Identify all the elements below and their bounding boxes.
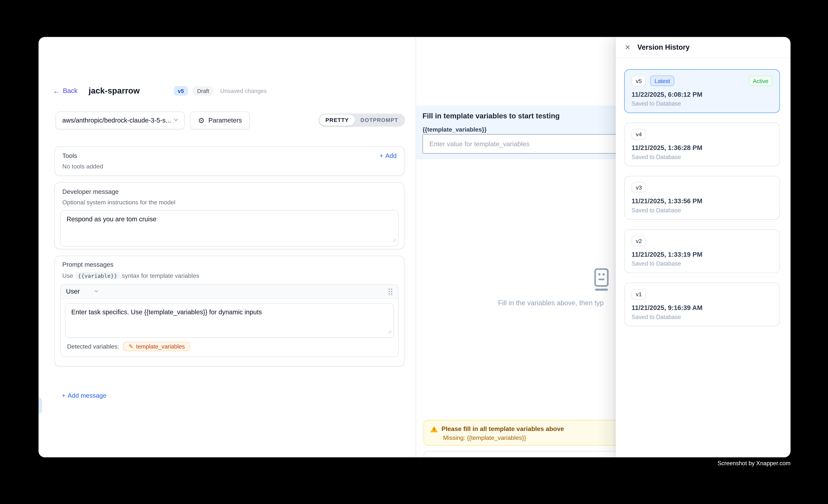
- chat-input-stub[interactable]: [424, 451, 646, 457]
- active-badge: Active: [749, 76, 773, 86]
- gear-icon: ⚙: [198, 117, 205, 124]
- parameters-button[interactable]: ⚙ Parameters: [190, 112, 250, 129]
- role-select[interactable]: User: [66, 287, 99, 296]
- resize-grip-icon[interactable]: [388, 326, 392, 336]
- back-label: Back: [63, 87, 78, 94]
- tools-title: Tools: [62, 152, 77, 159]
- template-variable-label: {{template_variables}}: [422, 126, 487, 133]
- version-timestamp: 11/21/2025, 1:36:28 PM: [631, 144, 773, 152]
- missing-variables-warning: Please fill in all template variables ab…: [424, 420, 646, 446]
- unsaved-changes-text: Unsaved changes: [220, 88, 267, 94]
- developer-message-title: Developer message: [62, 188, 399, 195]
- version-history-title: Version History: [637, 43, 690, 51]
- draft-badge: Draft: [193, 86, 213, 96]
- developer-message-section: Developer message Optional system instru…: [54, 182, 404, 249]
- drag-handle-icon[interactable]: [388, 288, 393, 295]
- add-message-label: Add message: [68, 392, 106, 399]
- user-message-input[interactable]: Enter task specifics. Use {{template_var…: [66, 304, 394, 338]
- version-card[interactable]: v211/21/2025, 1:33:19 PMSaved to Databas…: [624, 229, 780, 273]
- app-window: ← Back jack-sparrow v5 Draft Unsaved cha…: [39, 37, 791, 457]
- version-saved-status: Saved to Database: [631, 154, 773, 160]
- plus-icon: +: [380, 152, 383, 159]
- version-timestamp: 11/22/2025, 6:08:12 PM: [631, 91, 773, 98]
- add-tool-button[interactable]: + Add: [380, 152, 397, 159]
- variable-code-chip: {{variable}}: [75, 272, 120, 279]
- version-timestamp: 11/21/2025, 1:33:19 PM: [631, 251, 773, 258]
- version-badge: v1: [631, 289, 646, 299]
- chevron-down-icon: [93, 287, 99, 296]
- toolbar-row: aws/anthropic/bedrock-claude-3-5-s... ⚙ …: [55, 112, 405, 129]
- xnapper-watermark: Screenshot by Xnapper.com: [717, 460, 791, 466]
- screenshot-stage: ← Back jack-sparrow v5 Draft Unsaved cha…: [0, 0, 828, 504]
- plus-icon: +: [62, 392, 66, 399]
- version-saved-status: Saved to Database: [631, 100, 773, 107]
- developer-message-input[interactable]: Respond as you are tom cruise: [61, 211, 398, 246]
- collapsed-panel-peek: [39, 398, 42, 414]
- model-select[interactable]: aws/anthropic/bedrock-claude-3-5-s...: [55, 112, 185, 129]
- version-badge: v5: [173, 86, 188, 96]
- parameters-label: Parameters: [208, 117, 242, 124]
- back-arrow-icon: ←: [53, 87, 60, 94]
- template-variable-input[interactable]: [422, 134, 650, 154]
- warning-detail: Missing: {{template_variables}}: [443, 434, 638, 441]
- version-history-header: ✕ Version History: [616, 37, 791, 58]
- version-badge: v3: [631, 182, 646, 193]
- detected-variables-label: Detected variables:: [67, 343, 119, 350]
- bot-face-icon: [592, 268, 610, 294]
- version-badge: v4: [631, 129, 646, 139]
- prompt-messages-section: Prompt messages Use {{variable}} syntax …: [54, 256, 404, 367]
- tools-empty-text: No tools added: [62, 163, 397, 170]
- empty-state-text: Fill in the variables above, then typ: [498, 299, 616, 307]
- view-mode-toggle: PRETTY DOTPROMPT: [319, 114, 405, 127]
- page-title: jack-sparrow: [89, 86, 140, 96]
- template-variable-badge[interactable]: ✎ template_variables: [123, 342, 190, 351]
- template-variable-name: template_variables: [136, 343, 185, 350]
- version-card[interactable]: v111/21/2025, 9:16:39 AMSaved to Databas…: [624, 283, 780, 326]
- latest-badge: Latest: [650, 76, 674, 86]
- hint-prefix: Use: [62, 272, 73, 279]
- close-icon[interactable]: ✕: [625, 44, 631, 51]
- hint-suffix: syntax for template variables: [122, 272, 199, 279]
- detected-variables-row: Detected variables: ✎ template_variables: [65, 338, 394, 352]
- pencil-icon: ✎: [128, 343, 133, 349]
- version-badge: v5: [631, 76, 646, 86]
- version-badge: v2: [631, 236, 646, 246]
- version-saved-status: Saved to Database: [631, 314, 773, 320]
- version-card[interactable]: v5LatestActive11/22/2025, 6:08:12 PMSave…: [624, 69, 780, 113]
- version-history-list: v5LatestActive11/22/2025, 6:08:12 PMSave…: [616, 58, 791, 327]
- toggle-pretty[interactable]: PRETTY: [320, 115, 355, 126]
- version-card[interactable]: v411/21/2025, 1:36:28 PMSaved to Databas…: [624, 123, 780, 166]
- prompt-messages-title: Prompt messages: [62, 261, 399, 268]
- back-button[interactable]: ← Back: [53, 87, 78, 94]
- version-saved-status: Saved to Database: [631, 207, 773, 213]
- version-timestamp: 11/21/2025, 1:33:56 PM: [631, 198, 773, 205]
- add-message-button[interactable]: + Add message: [62, 392, 106, 399]
- warning-triangle-icon: [430, 425, 438, 432]
- warning-title: Please fill in all template variables ab…: [442, 425, 564, 432]
- add-tool-label: Add: [385, 152, 397, 159]
- message-role-header: User: [61, 285, 398, 299]
- prompt-editor-pane: ← Back jack-sparrow v5 Draft Unsaved cha…: [39, 37, 416, 457]
- fill-variables-title: Fill in template variables to start test…: [422, 112, 560, 120]
- resize-grip-icon[interactable]: [392, 235, 397, 245]
- developer-message-subtitle: Optional system instructions for the mod…: [62, 199, 399, 206]
- toggle-dotprompt[interactable]: DOTPROMPT: [355, 115, 404, 126]
- template-syntax-hint: Use {{variable}} syntax for template var…: [62, 272, 399, 279]
- version-timestamp: 11/21/2025, 9:16:39 AM: [631, 304, 773, 311]
- tools-section: Tools + Add No tools added: [54, 146, 404, 176]
- role-select-value: User: [66, 288, 80, 295]
- chevron-down-icon: [173, 116, 179, 125]
- version-card[interactable]: v311/21/2025, 1:33:56 PMSaved to Databas…: [624, 176, 780, 220]
- model-select-value: aws/anthropic/bedrock-claude-3-5-s...: [62, 117, 173, 124]
- prompt-message-block: User: [60, 284, 399, 357]
- version-saved-status: Saved to Database: [631, 260, 773, 267]
- header-row: ← Back jack-sparrow v5 Draft Unsaved cha…: [53, 86, 267, 96]
- version-history-panel: ✕ Version History v5LatestActive11/22/20…: [616, 37, 791, 457]
